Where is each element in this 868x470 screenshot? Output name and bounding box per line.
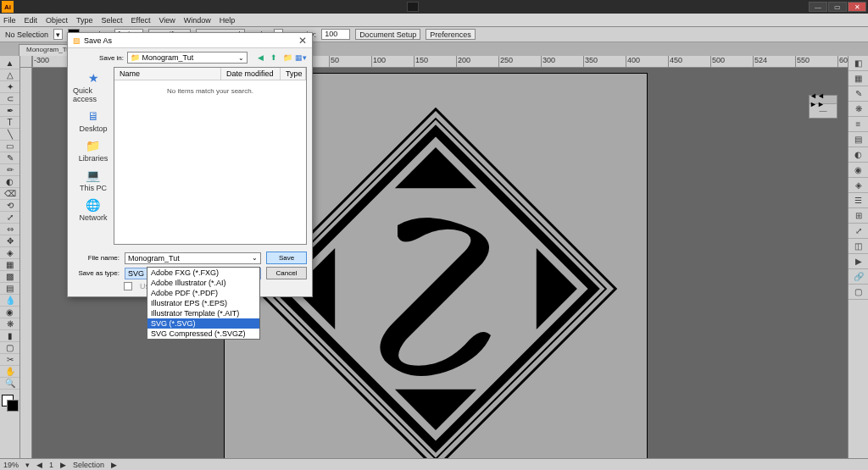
close-button[interactable]: ✕	[848, 2, 866, 12]
panel-transform-icon[interactable]: ⤢	[849, 224, 868, 239]
pencil-tool-icon[interactable]: ✏	[0, 164, 19, 176]
sidebar-this-pc[interactable]: 💻This PC	[80, 168, 107, 192]
ruler-origin[interactable]	[20, 56, 32, 68]
artboard-tool-icon[interactable]: ▢	[0, 342, 19, 354]
col-name[interactable]: Name	[114, 68, 221, 80]
dialog-titlebar[interactable]: ▧Save As ✕	[68, 33, 312, 48]
menu-window[interactable]: Window	[184, 16, 211, 25]
navigator-header[interactable]: ◄◄ ►►	[810, 96, 837, 104]
menu-select[interactable]: Select	[102, 16, 123, 25]
search-input[interactable]	[407, 2, 419, 12]
menu-type[interactable]: Type	[76, 16, 93, 25]
navigator-panel[interactable]: ◄◄ ►► —	[809, 95, 837, 119]
rotate-tool-icon[interactable]: ⟲	[0, 200, 19, 212]
menu-effect[interactable]: Effect	[131, 16, 151, 25]
slice-tool-icon[interactable]: ✂	[0, 354, 19, 366]
eyedropper-tool-icon[interactable]: 💧	[0, 295, 19, 307]
selection-tool-icon[interactable]: ▲	[0, 58, 19, 69]
blob-brush-tool-icon[interactable]: ◐	[0, 176, 19, 188]
up-icon[interactable]: ⬆	[268, 52, 280, 64]
maximize-button[interactable]: ▭	[828, 2, 847, 12]
preferences-button[interactable]: Preferences	[426, 29, 476, 40]
panel-transparency-icon[interactable]: ◐	[849, 147, 868, 163]
statusbar: 19% ▾ ◀ 1 ▶ Selection ▶	[0, 458, 868, 470]
panel-graphic-styles-icon[interactable]: ◈	[849, 178, 868, 193]
dialog-sidebar: ★Quick access🖥Desktop📁Libraries💻This PC🌐…	[73, 67, 114, 245]
magic-wand-tool-icon[interactable]: ✦	[0, 81, 19, 93]
menu-file[interactable]: File	[3, 16, 16, 25]
cancel-button[interactable]: Cancel	[266, 267, 307, 279]
panel-appearance-icon[interactable]: ◉	[849, 163, 868, 178]
col-date[interactable]: Date modified	[221, 68, 281, 80]
blend-tool-icon[interactable]: ◉	[0, 307, 19, 318]
rectangle-tool-icon[interactable]: ▭	[0, 141, 19, 152]
panel-gradient-icon[interactable]: ▤	[849, 132, 868, 147]
fill-swatch[interactable]: ▾	[53, 29, 63, 40]
shape-builder-tool-icon[interactable]: ◈	[0, 247, 19, 259]
doc-setup-button[interactable]: Document Setup	[355, 29, 420, 40]
opacity-field[interactable]: 100	[321, 29, 350, 40]
sidebar-network[interactable]: 🌐Network	[79, 197, 107, 222]
zoom-level[interactable]: 19%	[3, 461, 19, 469]
panel-brushes-icon[interactable]: ✎	[849, 86, 868, 102]
back-icon[interactable]: ◀	[254, 52, 266, 64]
scale-tool-icon[interactable]: ⤢	[0, 212, 19, 224]
free-transform-tool-icon[interactable]: ✥	[0, 235, 19, 247]
panel-layers-icon[interactable]: ☰	[849, 193, 868, 208]
width-tool-icon[interactable]: ⇔	[0, 224, 19, 235]
ruler-vertical[interactable]	[20, 68, 32, 458]
direct-selection-tool-icon[interactable]: △	[0, 69, 19, 81]
filename-field[interactable]: Monogram_Tut	[125, 252, 261, 264]
view-menu-icon[interactable]: ▦▾	[295, 52, 307, 64]
perspective-tool-icon[interactable]: ▦	[0, 259, 19, 271]
minimize-button[interactable]: —	[809, 2, 827, 12]
panel-align-icon[interactable]: ⊞	[849, 208, 868, 224]
gradient-tool-icon[interactable]: ▤	[0, 283, 19, 295]
line-tool-icon[interactable]: ╲	[0, 129, 19, 141]
file-type-option[interactable]: SVG (*.SVG)	[147, 318, 259, 329]
panel-artboards-icon[interactable]: ▢	[849, 285, 868, 300]
paintbrush-tool-icon[interactable]: ✎	[0, 152, 19, 164]
sidebar-desktop[interactable]: 🖥Desktop	[79, 108, 107, 133]
panel-stroke-icon[interactable]: ≡	[849, 117, 868, 132]
file-type-option[interactable]: Adobe FXG (*.FXG)	[147, 268, 259, 278]
panel-pathfinder-icon[interactable]: ◫	[849, 239, 868, 254]
file-list[interactable]: Name Date modified Type No items match y…	[114, 67, 307, 245]
menu-edit[interactable]: Edit	[25, 16, 38, 25]
lasso-tool-icon[interactable]: ⊂	[0, 93, 19, 105]
sidebar-quick-access[interactable]: ★Quick access	[73, 70, 114, 103]
dialog-close-icon[interactable]: ✕	[298, 35, 307, 47]
menu-object[interactable]: Object	[46, 16, 68, 25]
symbol-sprayer-tool-icon[interactable]: ❋	[0, 318, 19, 330]
panel-symbols-icon[interactable]: ❋	[849, 102, 868, 117]
save-in-dropdown[interactable]: 📁 Monogram_Tut	[127, 52, 248, 64]
file-type-option[interactable]: Illustrator EPS (*.EPS)	[147, 298, 259, 308]
mesh-tool-icon[interactable]: ▩	[0, 271, 19, 283]
panel-swatches-icon[interactable]: ▦	[849, 71, 868, 86]
ruler-tick: 50	[329, 56, 371, 67]
zoom-tool-icon[interactable]: 🔍	[0, 378, 19, 390]
file-type-option[interactable]: Adobe Illustrator (*.AI)	[147, 278, 259, 288]
file-type-option[interactable]: SVG Compressed (*.SVGZ)	[147, 329, 259, 339]
save-button[interactable]: Save	[266, 252, 307, 264]
file-type-dropdown-list[interactable]: Adobe FXG (*.FXG)Adobe Illustrator (*.AI…	[147, 267, 260, 340]
pen-tool-icon[interactable]: ✒	[0, 105, 19, 117]
menu-view[interactable]: View	[159, 16, 175, 25]
file-type-option[interactable]: Adobe PDF (*.PDF)	[147, 288, 259, 298]
panel-actions-icon[interactable]: ▶	[849, 254, 868, 269]
menu-help[interactable]: Help	[220, 16, 236, 25]
artboard-nav[interactable]: 1	[49, 461, 53, 469]
hand-tool-icon[interactable]: ✋	[0, 366, 19, 378]
panel-links-icon[interactable]: 🔗	[849, 269, 868, 285]
eraser-tool-icon[interactable]: ⌫	[0, 188, 19, 200]
type-tool-icon[interactable]: T	[0, 117, 19, 129]
graph-tool-icon[interactable]: ▮	[0, 330, 19, 342]
panel-color-icon[interactable]: ◧	[849, 56, 868, 71]
sidebar-libraries[interactable]: 📁Libraries	[79, 138, 108, 163]
ruler-tick: 524	[753, 56, 795, 67]
file-type-option[interactable]: Illustrator Template (*.AIT)	[147, 308, 259, 318]
new-folder-icon[interactable]: 📁	[281, 52, 293, 64]
col-type[interactable]: Type	[281, 68, 306, 80]
stroke-color-swatch[interactable]	[7, 400, 19, 412]
titlebar: Ai — ▭ ✕	[0, 0, 868, 14]
